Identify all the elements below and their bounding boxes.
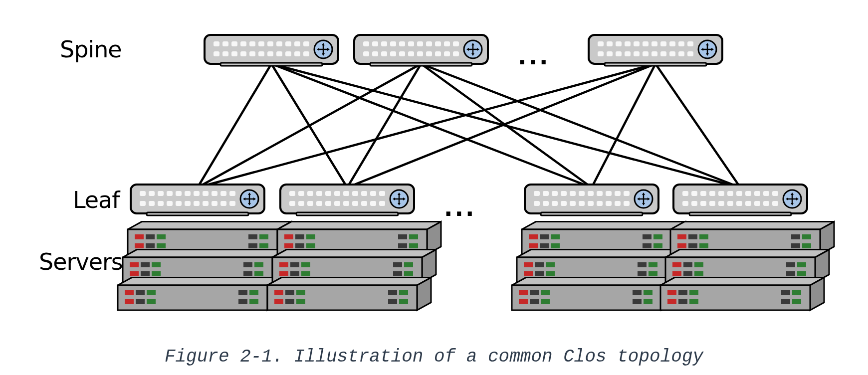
- led: [699, 234, 708, 239]
- port-light: [615, 191, 621, 196]
- port-light: [606, 191, 612, 196]
- svg-rect-61: [689, 212, 791, 215]
- port-light: [624, 191, 630, 196]
- led: [633, 290, 642, 295]
- led: [249, 299, 258, 304]
- led: [633, 299, 642, 304]
- port-light: [616, 41, 622, 46]
- port-light: [361, 191, 367, 196]
- port-light: [616, 51, 622, 56]
- port-light: [543, 201, 549, 206]
- led: [649, 262, 657, 267]
- link: [421, 64, 592, 188]
- led: [672, 262, 681, 267]
- port-light: [625, 51, 631, 56]
- led: [152, 271, 161, 276]
- port-light: [700, 191, 706, 196]
- led: [125, 290, 134, 295]
- link: [347, 64, 655, 188]
- led: [802, 243, 811, 248]
- port-light: [763, 191, 769, 196]
- port-light: [634, 51, 640, 56]
- port-light: [258, 41, 264, 46]
- port-light: [343, 201, 349, 206]
- server-top: [660, 278, 824, 285]
- port-light: [289, 191, 295, 196]
- led: [279, 271, 288, 276]
- led: [135, 243, 144, 248]
- led: [249, 290, 258, 295]
- server-top: [272, 250, 436, 257]
- led: [530, 290, 539, 295]
- server-front: [660, 285, 810, 310]
- led: [667, 290, 676, 295]
- server-stack-3: [512, 222, 685, 310]
- port-light: [343, 191, 349, 196]
- port-light: [607, 51, 613, 56]
- led: [295, 243, 304, 248]
- port-light: [660, 41, 666, 46]
- link: [198, 64, 421, 188]
- port-light: [772, 191, 778, 196]
- led: [295, 234, 304, 239]
- port-light: [682, 201, 688, 206]
- port-light: [651, 41, 657, 46]
- server-top: [277, 222, 441, 229]
- port-light: [289, 201, 295, 206]
- led: [672, 271, 681, 276]
- port-light: [372, 41, 378, 46]
- port-light: [149, 191, 155, 196]
- port-light: [691, 201, 697, 206]
- led: [551, 243, 560, 248]
- led: [388, 299, 397, 304]
- led: [399, 299, 408, 304]
- port-light: [370, 191, 376, 196]
- led: [284, 234, 293, 239]
- port-light: [140, 201, 146, 206]
- led: [243, 262, 252, 267]
- port-light: [727, 201, 733, 206]
- port-light: [363, 41, 369, 46]
- port-light: [700, 201, 706, 206]
- port-light: [352, 201, 358, 206]
- led: [786, 262, 795, 267]
- led: [546, 271, 555, 276]
- port-light: [167, 191, 173, 196]
- led: [393, 271, 402, 276]
- port-light: [607, 41, 613, 46]
- port-light: [399, 51, 405, 56]
- port-light: [212, 191, 217, 196]
- port-light: [229, 191, 235, 196]
- link: [198, 64, 271, 188]
- led: [638, 271, 647, 276]
- port-light: [303, 41, 309, 46]
- link: [347, 64, 421, 188]
- led: [125, 299, 134, 304]
- port-light: [561, 191, 567, 196]
- led: [524, 271, 533, 276]
- svg-rect-51: [541, 212, 643, 215]
- svg-rect-41: [296, 212, 398, 215]
- topology-diagram: [0, 0, 868, 349]
- port-light: [185, 191, 191, 196]
- spine-switch-3: [589, 35, 722, 66]
- led: [146, 243, 155, 248]
- server-stack-2: [267, 222, 441, 310]
- port-light: [570, 191, 576, 196]
- server-front: [267, 285, 417, 310]
- server-top: [128, 222, 291, 229]
- port-light: [307, 191, 313, 196]
- port-light: [453, 51, 459, 56]
- led: [540, 243, 549, 248]
- port-light: [334, 191, 340, 196]
- port-light: [214, 51, 219, 56]
- port-light: [381, 41, 387, 46]
- led: [529, 243, 538, 248]
- led: [551, 234, 560, 239]
- led: [141, 262, 150, 267]
- led: [791, 243, 800, 248]
- led: [248, 243, 257, 248]
- led: [284, 243, 293, 248]
- leaf-switch-3: [525, 185, 658, 215]
- port-light: [754, 191, 760, 196]
